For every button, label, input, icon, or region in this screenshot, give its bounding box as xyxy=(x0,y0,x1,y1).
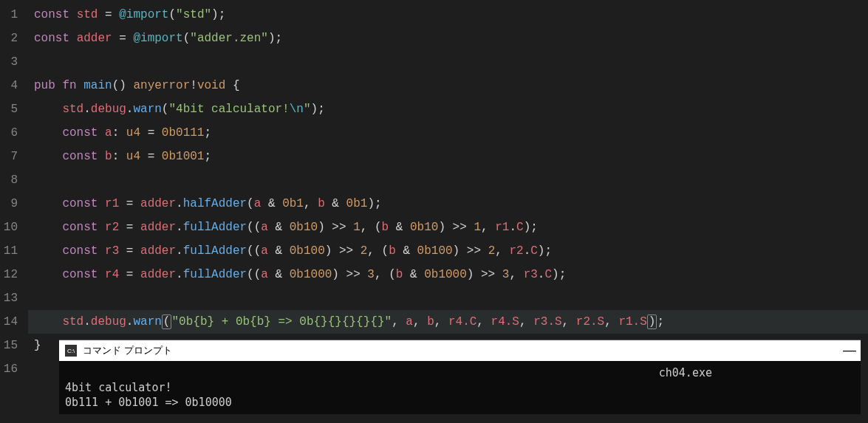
line-number-gutter: 1 2 3 4 5 6 7 8 9 10 11 12 13 14 15 16 xyxy=(0,0,28,423)
line-number: 8 xyxy=(0,168,18,192)
code-line[interactable]: std.debug.warn("4bit calculator!\n"); xyxy=(28,97,868,121)
line-number: 6 xyxy=(0,121,18,145)
line-number: 11 xyxy=(0,239,18,263)
terminal-line xyxy=(65,366,659,379)
code-line[interactable]: const r3 = adder.fullAdder((a & 0b100) >… xyxy=(28,239,868,263)
code-line[interactable]: const r2 = adder.fullAdder((a & 0b10) >>… xyxy=(28,216,868,239)
terminal-title: コマンド プロンプト xyxy=(83,344,172,357)
line-number: 9 xyxy=(0,192,18,216)
terminal-titlebar[interactable]: C:\ コマンド プロンプト — xyxy=(59,340,861,361)
code-line[interactable]: const r1 = adder.halfAdder(a & 0b1, b & … xyxy=(28,192,868,216)
bracket-match-icon: ) xyxy=(647,314,657,329)
code-line-active[interactable]: std.debug.warn("0b{b} + 0b{b} => 0b{}{}{… xyxy=(28,310,868,334)
line-number: 5 xyxy=(0,97,18,121)
code-line[interactable] xyxy=(28,286,868,310)
line-number: 14 xyxy=(0,310,18,334)
code-line[interactable]: const b: u4 = 0b1001; xyxy=(28,145,868,168)
line-number: 2 xyxy=(0,27,18,50)
line-number: 15 xyxy=(0,334,18,357)
code-line[interactable]: const adder = @import("adder.zen"); xyxy=(28,27,868,50)
bracket-match-icon: ( xyxy=(162,314,172,329)
code-line[interactable]: pub fn main() anyerror!void { xyxy=(28,74,868,97)
line-number: 3 xyxy=(0,50,18,74)
terminal-line: 4bit calculator! xyxy=(65,381,172,394)
code-line[interactable] xyxy=(28,168,868,192)
line-number: 13 xyxy=(0,286,18,310)
code-line[interactable]: const a: u4 = 0b0111; xyxy=(28,121,868,145)
minimize-icon[interactable]: — xyxy=(843,343,856,357)
terminal-line: ch04.exe xyxy=(659,366,712,379)
terminal-icon: C:\ xyxy=(65,345,77,357)
code-line[interactable] xyxy=(28,50,868,74)
terminal-line: 0b111 + 0b1001 => 0b10000 xyxy=(65,396,232,409)
code-line[interactable]: const std = @import("std"); xyxy=(28,3,868,27)
line-number: 4 xyxy=(0,74,18,97)
line-number: 1 xyxy=(0,3,18,27)
line-number: 7 xyxy=(0,145,18,168)
line-number: 12 xyxy=(0,263,18,286)
line-number: 10 xyxy=(0,216,18,239)
line-number: 16 xyxy=(0,357,18,381)
terminal-output[interactable]: ch04.exe 4bit calculator! 0b111 + 0b1001… xyxy=(59,361,861,414)
code-line[interactable]: const r4 = adder.fullAdder((a & 0b1000) … xyxy=(28,263,868,286)
terminal-window: C:\ コマンド プロンプト — ch04.exe 4bit calculato… xyxy=(59,340,861,414)
